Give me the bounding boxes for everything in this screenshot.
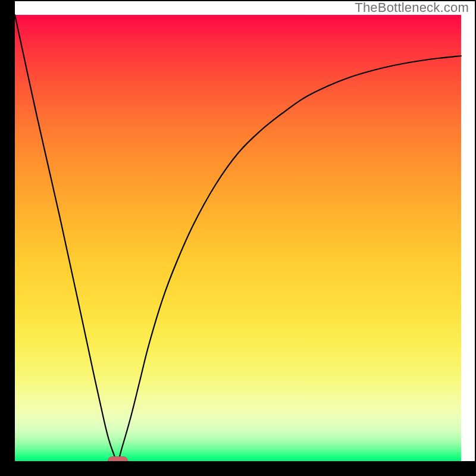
plot-area: [15, 15, 461, 461]
bottleneck-curve: [15, 15, 461, 461]
watermark-text: TheBottleneck.com: [355, 0, 469, 15]
minimum-marker: [108, 456, 128, 466]
curve-layer: [15, 15, 461, 461]
chart-container: TheBottleneck.com: [0, 0, 476, 476]
